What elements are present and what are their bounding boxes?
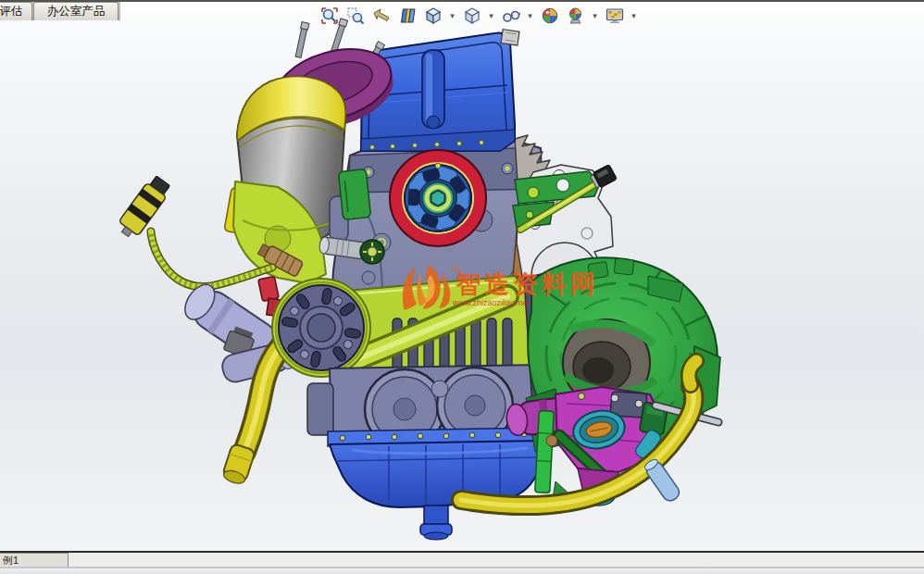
apply-scene-button[interactable] [565, 6, 586, 27]
view-orientation-button[interactable] [422, 6, 443, 27]
view-heads-up-toolbar: ▾ ▾ ▾ ▾ [318, 5, 638, 27]
zoom-to-area-button[interactable] [344, 6, 366, 27]
zoom-to-fit-icon [319, 6, 340, 26]
zoom-to-area-icon [345, 6, 366, 26]
dropdown-caret[interactable]: ▾ [448, 6, 456, 27]
display-style-button[interactable] [461, 6, 482, 27]
solidworks-window: TM 智造资料网 www.zhizaoziliao.net 评估 办公室产品 [0, 0, 924, 574]
flywheel-rotor[interactable] [390, 150, 486, 246]
section-view-icon [397, 6, 418, 26]
top-border [0, 0, 924, 2]
display-style-icon [462, 6, 482, 26]
motion-study-tab[interactable]: 例1 [0, 553, 69, 567]
oil-pan[interactable] [328, 428, 544, 540]
zoom-to-fit-button[interactable] [318, 6, 340, 27]
status-bar [0, 568, 924, 574]
dropdown-caret[interactable]: ▾ [526, 6, 534, 27]
graphics-viewport[interactable]: TM 智造资料网 www.zhizaoziliao.net [0, 0, 924, 574]
dropdown-caret[interactable]: ▾ [591, 6, 599, 27]
edit-appearance-button[interactable] [539, 6, 560, 27]
previous-view-button[interactable] [370, 6, 392, 27]
view-settings-button[interactable] [604, 6, 625, 27]
dropdown-caret[interactable]: ▾ [630, 6, 638, 27]
watermark-brand: 智造资料网 [455, 270, 599, 298]
section-view-button[interactable] [396, 6, 418, 27]
study-tab-strip [0, 553, 924, 568]
hide-show-items-button[interactable] [500, 6, 521, 27]
tab-office-products[interactable]: 办公室产品 [33, 2, 119, 20]
edit-appearance-icon [540, 6, 560, 26]
view-orientation-icon [423, 6, 443, 26]
cable-connector[interactable] [115, 174, 173, 242]
dropdown-caret[interactable]: ▾ [487, 6, 495, 27]
tab-evaluate[interactable]: 评估 [0, 2, 32, 20]
watermark-url: www.zhizaoziliao.net [452, 298, 531, 307]
apply-scene-icon [566, 6, 586, 26]
view-settings-icon [605, 6, 625, 26]
previous-view-icon [371, 6, 392, 26]
cover-fitting [501, 30, 519, 45]
hide-show-items-icon [501, 6, 521, 26]
